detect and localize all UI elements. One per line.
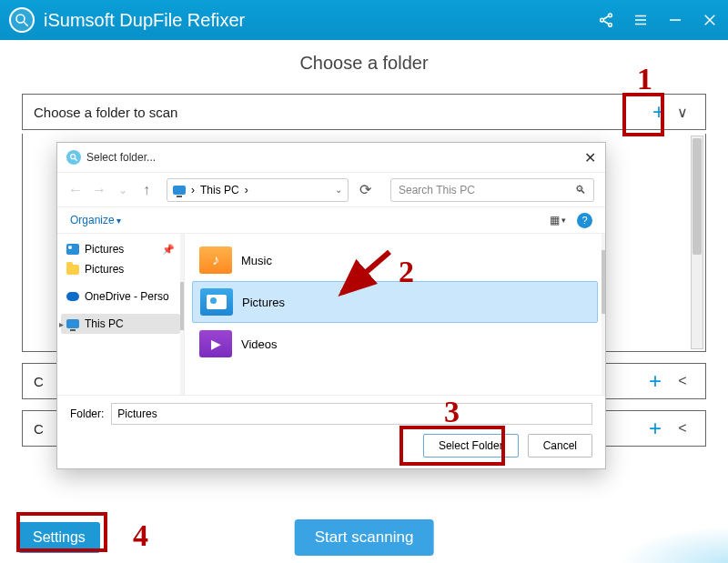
scan-folder-row: Choose a folder to scan + ∨ [22,94,706,130]
start-scanning-button[interactable]: Start scanning [295,519,434,556]
breadcrumb-dropdown-icon[interactable]: ⌄ [335,185,342,195]
nav-recent-icon[interactable]: ⌄ [116,184,130,196]
svg-line-5 [603,16,609,20]
add-folder-button[interactable]: + [649,101,669,123]
navigation-pane: Pictures📌 Pictures OneDrive - Perso ▸ Th… [57,234,185,395]
svg-line-6 [603,21,609,25]
scrollbar[interactable] [691,136,703,349]
nav-quick-pictures[interactable]: Pictures📌 [61,239,180,259]
folder-name-input[interactable] [111,403,592,425]
breadcrumb[interactable]: › This PC › ⌄ [167,178,349,202]
view-mode-button[interactable]: ▦▾ [550,214,566,226]
nav-forward-icon[interactable]: → [92,182,106,198]
page-heading: Choose a folder [22,53,706,74]
dialog-close-icon[interactable]: ✕ [584,149,596,166]
scan-folder-label: Choose a folder to scan [34,105,649,120]
pictures-icon [66,244,79,255]
content-pane: Music Pictures Videos [185,234,605,395]
svg-line-14 [75,158,77,161]
dialog-titlebar: Select folder... ✕ [57,143,605,172]
dialog-nav-bar: ← → ⌄ ↑ › This PC › ⌄ ⟳ Search This PC 🔍… [57,172,605,206]
pin-icon: 📌 [162,244,175,256]
minimize-icon[interactable] [666,11,684,29]
music-folder-icon [199,246,232,274]
close-icon[interactable] [701,11,719,29]
dialog-title: Select folder... [86,151,156,164]
dialog-app-icon [66,150,81,165]
nav-expand-icon[interactable]: ▸ [59,319,64,329]
folder-item-music[interactable]: Music [192,239,598,281]
add-button-row3[interactable]: + [642,416,669,441]
select-folder-button[interactable]: Select Folder [423,434,519,457]
pc-icon [66,319,79,328]
collapse-button-row2[interactable]: < [669,373,696,389]
pictures-folder-icon [200,288,233,316]
content-scrollbar[interactable] [602,234,605,395]
pc-icon [173,186,186,195]
title-bar: iSumsoft DupFile Refixer [0,0,728,40]
search-placeholder: Search This PC [399,184,475,196]
share-icon[interactable] [597,11,615,29]
app-logo-icon [9,7,35,33]
app-title: iSumsoft DupFile Refixer [44,10,597,31]
onedrive-icon [66,292,79,301]
help-button[interactable]: ? [577,213,592,228]
cancel-button[interactable]: Cancel [528,434,592,457]
expand-folder-button[interactable]: ∨ [669,104,696,121]
breadcrumb-location: This PC [200,184,239,196]
dialog-toolbar: Organize ▦▾ ? [57,206,605,234]
refresh-icon[interactable]: ⟳ [358,181,372,198]
nav-onedrive[interactable]: OneDrive - Perso [61,287,180,307]
collapse-button-row3[interactable]: < [669,420,696,437]
settings-button[interactable]: Settings [18,522,100,553]
nav-folder-pictures[interactable]: Pictures [61,259,180,279]
bottom-bar: Settings Start scanning [0,512,728,563]
folder-field-label: Folder: [70,407,104,420]
videos-folder-icon [199,330,232,357]
nav-this-pc[interactable]: This PC [61,314,180,334]
nav-scrollbar[interactable] [180,234,184,395]
folder-item-pictures[interactable]: Pictures [192,281,598,323]
folder-icon [66,265,79,275]
menu-icon[interactable] [632,11,650,29]
svg-point-0 [16,15,25,23]
organize-menu[interactable]: Organize [70,214,121,226]
folder-item-videos[interactable]: Videos [192,323,598,365]
select-folder-dialog: Select folder... ✕ ← → ⌄ ↑ › This PC › ⌄… [56,142,606,469]
svg-point-13 [71,155,76,159]
dialog-footer: Folder: Select Folder Cancel [57,395,605,468]
svg-line-1 [24,22,28,26]
search-input[interactable]: Search This PC 🔍︎ [390,178,594,202]
nav-up-icon[interactable]: ↑ [139,182,154,198]
add-button-row2[interactable]: + [642,368,669,394]
nav-back-icon[interactable]: ← [68,182,83,198]
decorative-gradient [619,527,728,563]
search-icon: 🔍︎ [575,184,586,196]
